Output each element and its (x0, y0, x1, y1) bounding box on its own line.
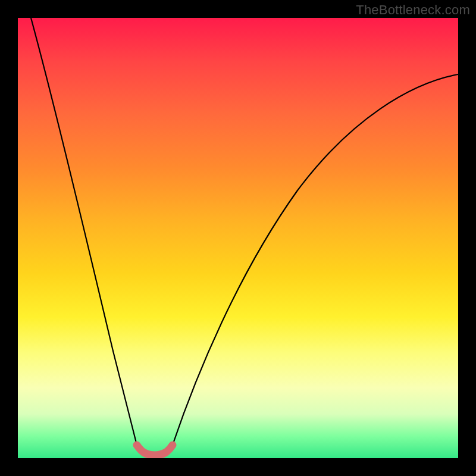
right-curve (173, 74, 458, 445)
curve-layer (18, 18, 458, 458)
outer-frame: TheBottleneck.com (0, 0, 476, 476)
watermark-text: TheBottleneck.com (356, 2, 470, 18)
valley-curve (137, 445, 173, 455)
left-curve (31, 18, 137, 445)
plot-area (18, 18, 458, 458)
